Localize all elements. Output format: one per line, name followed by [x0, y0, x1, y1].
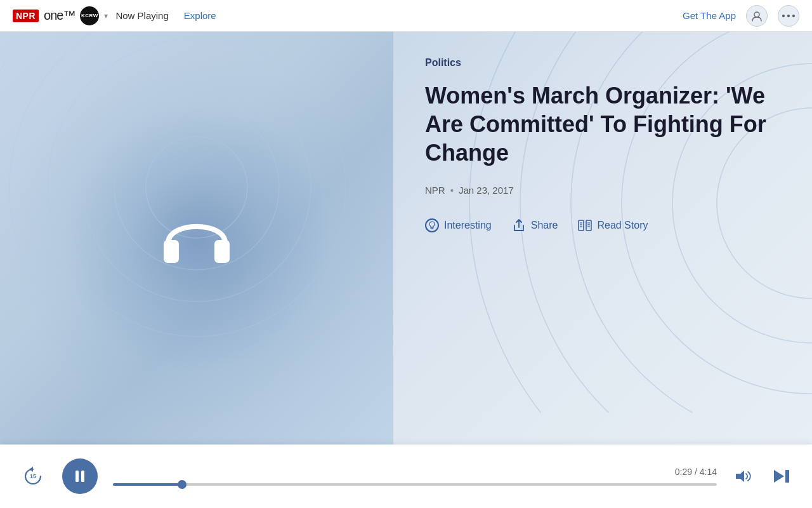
- volume-button[interactable]: [732, 465, 755, 488]
- svg-point-1: [782, 15, 785, 17]
- svg-point-13: [48, 38, 346, 337]
- rewind-button[interactable]: 15: [19, 462, 47, 490]
- header-right: Get The App: [683, 5, 799, 27]
- artwork-panel: [0, 32, 393, 444]
- svg-marker-29: [736, 471, 744, 482]
- rewind-15-icon: 15: [21, 464, 45, 488]
- interesting-button[interactable]: Interesting: [425, 218, 492, 232]
- svg-point-3: [792, 15, 795, 17]
- upload-icon: [513, 219, 525, 232]
- svg-marker-30: [774, 470, 784, 483]
- station-chevron-icon[interactable]: ▾: [104, 11, 108, 20]
- info-panel: Politics Women's March Organizer: 'We Ar…: [393, 32, 812, 444]
- user-avatar-icon: [751, 10, 763, 22]
- svg-text:15: 15: [30, 473, 36, 479]
- svg-rect-17: [214, 240, 230, 263]
- header-left: NPR one™ KCRW ▾ Now Playing Explore: [13, 6, 216, 25]
- main-content: Politics Women's March Organizer: 'We Ar…: [0, 32, 812, 444]
- headphones-icon: [159, 202, 235, 274]
- svg-rect-28: [81, 471, 84, 482]
- svg-point-15: [0, 32, 393, 343]
- lightbulb-icon: [428, 221, 436, 230]
- action-buttons: Interesting Share: [425, 218, 780, 232]
- svg-rect-16: [164, 240, 179, 263]
- progress-container: 0:29 / 4:14: [113, 467, 717, 486]
- progress-bar[interactable]: [113, 483, 717, 486]
- progress-fill: [113, 483, 182, 486]
- skip-button[interactable]: [770, 465, 793, 488]
- player-bar: 15 0:29 / 4:14: [0, 444, 812, 508]
- artwork-rings: [0, 32, 393, 343]
- npr-logo: NPR: [13, 10, 39, 22]
- svg-rect-31: [785, 470, 789, 483]
- svg-point-0: [754, 12, 759, 17]
- category-label: Politics: [425, 57, 780, 69]
- volume-icon: [735, 469, 752, 483]
- svg-rect-18: [579, 220, 584, 231]
- more-options-icon[interactable]: [778, 5, 799, 27]
- progress-thumb[interactable]: [178, 480, 187, 489]
- meta-info: NPR • Jan 23, 2017: [425, 185, 780, 196]
- user-icon[interactable]: [746, 5, 768, 27]
- svg-rect-27: [75, 471, 79, 482]
- read-story-button[interactable]: Read Story: [578, 218, 648, 232]
- pause-icon: [73, 469, 87, 483]
- share-button[interactable]: Share: [512, 218, 558, 232]
- share-icon: [512, 218, 526, 232]
- now-playing-label: Now Playing: [115, 10, 168, 21]
- story-date: Jan 23, 2017: [459, 185, 514, 196]
- kcrw-badge[interactable]: KCRW: [80, 6, 99, 25]
- share-label: Share: [531, 220, 558, 231]
- app-header: NPR one™ KCRW ▾ Now Playing Explore Get …: [0, 0, 812, 32]
- svg-rect-19: [586, 220, 591, 231]
- get-app-button[interactable]: Get The App: [683, 10, 736, 21]
- skip-forward-icon: [773, 468, 790, 485]
- document-lines-icon: [578, 220, 592, 231]
- story-title: Women's March Organizer: 'We Are Committ…: [425, 81, 780, 167]
- one-logo: one™: [44, 8, 75, 23]
- ellipsis-icon: [782, 14, 795, 18]
- kcrw-label: KCRW: [81, 13, 98, 18]
- pause-button[interactable]: [62, 458, 98, 494]
- interesting-label: Interesting: [444, 220, 492, 231]
- svg-point-14: [10, 32, 384, 343]
- read-story-icon: [578, 218, 592, 232]
- story-source: NPR: [425, 185, 445, 196]
- svg-point-2: [787, 15, 790, 17]
- explore-link[interactable]: Explore: [184, 10, 216, 21]
- interesting-icon: [425, 218, 439, 232]
- meta-separator: •: [450, 185, 454, 196]
- time-display: 0:29 / 4:14: [675, 467, 717, 477]
- read-story-label: Read Story: [597, 220, 648, 231]
